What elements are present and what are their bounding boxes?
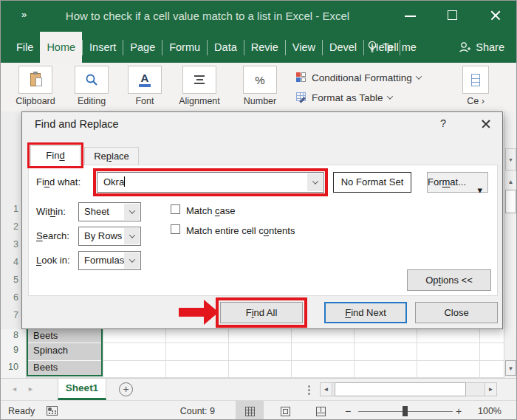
tab-formulas[interactable]: Formu: [162, 32, 207, 63]
ribbon-group-font[interactable]: A Font: [122, 66, 168, 106]
ribbon-group-editing[interactable]: Editing: [69, 66, 114, 106]
cell-a10[interactable]: Beets: [33, 362, 58, 373]
tab-developer[interactable]: Devel: [323, 32, 363, 63]
add-sheet-button[interactable]: +: [119, 382, 133, 396]
tab-home[interactable]: Home: [40, 32, 82, 63]
row-header-9[interactable]: 9: [1, 345, 18, 355]
tab-view[interactable]: View: [286, 32, 322, 63]
minimize-button[interactable]: [394, 1, 427, 27]
page-layout-view-button[interactable]: [271, 401, 299, 420]
ribbon-group-number[interactable]: % Number: [237, 66, 283, 106]
label-part: at...: [450, 176, 466, 187]
tab-replace[interactable]: Replace: [84, 147, 139, 165]
within-dropdown[interactable]: Sheet: [78, 202, 141, 221]
format-button[interactable]: Format... ▾: [427, 172, 488, 193]
sheet-tab-sheet1[interactable]: Sheet1: [58, 379, 106, 400]
cell-a9[interactable]: Spinach: [33, 345, 68, 356]
row-header[interactable]: 7: [1, 310, 18, 320]
row-header-8[interactable]: 8: [1, 330, 18, 340]
macro-record-icon[interactable]: [47, 406, 58, 416]
scrollbar-collapse-button[interactable]: ▾: [505, 148, 516, 171]
maximize-icon: [448, 10, 457, 20]
look-in-dropdown[interactable]: Formulas: [78, 251, 141, 270]
row-header[interactable]: 3: [1, 239, 18, 249]
options-button[interactable]: Options <<: [407, 269, 491, 291]
format-dropdown-icon[interactable]: ▾: [477, 181, 482, 200]
ribbon-group-cells[interactable]: Ce ›: [459, 66, 493, 106]
ribbon-group-clipboard[interactable]: Clipboard: [13, 66, 58, 106]
status-bar: Ready Count: 9 − + 100%: [1, 400, 517, 420]
search-magnifier-icon: [75, 66, 109, 94]
tab-insert[interactable]: Insert: [83, 32, 123, 63]
dropdown-button[interactable]: [124, 252, 140, 269]
dropdown-button[interactable]: [124, 228, 140, 244]
cells-icon: [462, 66, 489, 94]
tabbar-drag-handle[interactable]: [308, 385, 310, 388]
label-part: Re: [94, 151, 106, 162]
label-part: Wit: [36, 206, 50, 217]
search-dropdown[interactable]: By Rows: [78, 227, 141, 246]
within-value: Sheet: [84, 206, 109, 217]
worksheet-grid[interactable]: 8 9 10 Beets Spinach Beets: [1, 329, 504, 378]
zoom-level[interactable]: 100%: [468, 406, 501, 416]
scroll-up-icon[interactable]: ▲: [505, 176, 516, 188]
dropdown-button[interactable]: [124, 204, 140, 220]
prev-sheet-icon[interactable]: ◄: [11, 385, 18, 393]
match-entire-checkbox[interactable]: [171, 224, 180, 234]
status-count: Count: 9: [163, 406, 215, 416]
quick-access-collapse-icon[interactable]: »: [21, 9, 27, 20]
horizontal-scroll-thumb[interactable]: [335, 382, 466, 396]
tab-data[interactable]: Data: [208, 32, 244, 63]
hscroll-right-icon[interactable]: ►: [485, 382, 497, 396]
zoom-in-button[interactable]: +: [456, 405, 462, 417]
row-header[interactable]: 6: [1, 292, 18, 303]
find-all-button[interactable]: Find All: [220, 302, 303, 323]
tab-file[interactable]: File: [10, 32, 40, 63]
zoom-slider-thumb[interactable]: [403, 406, 408, 416]
row-header-10[interactable]: 10: [1, 362, 18, 372]
zoom-out-button[interactable]: −: [345, 405, 351, 417]
normal-view-button[interactable]: [236, 401, 264, 420]
share-label: Share: [476, 41, 504, 53]
tab-review[interactable]: Revie: [244, 32, 285, 63]
percent-glyph: %: [255, 74, 264, 86]
find-what-label: Find what:: [36, 176, 81, 187]
label-part: nd All: [254, 307, 278, 318]
scroll-down-icon[interactable]: ▼: [505, 360, 516, 376]
selected-range[interactable]: Beets Spinach Beets: [27, 329, 103, 376]
label-part: m: [442, 176, 451, 187]
ribbon-group-alignment[interactable]: Alignment: [177, 66, 222, 106]
vertical-scroll-thumb[interactable]: [505, 190, 516, 213]
tab-page-layout[interactable]: Page: [123, 32, 162, 63]
label-part: For: [428, 176, 442, 187]
page-break-view-button[interactable]: [307, 401, 335, 420]
close-dialog-button[interactable]: Close: [415, 302, 498, 323]
next-sheet-icon[interactable]: ►: [27, 385, 34, 393]
hscroll-left-icon[interactable]: ◄: [320, 382, 332, 396]
share-button[interactable]: Share: [458, 32, 504, 63]
status-ready: Ready: [8, 406, 35, 416]
within-label: Within:: [36, 206, 66, 217]
cell-a8[interactable]: Beets: [33, 330, 58, 341]
format-as-table-icon: [296, 92, 307, 103]
dialog-close-button[interactable]: [479, 117, 493, 131]
chevron-down-icon: [129, 256, 134, 262]
dialog-help-button[interactable]: ?: [436, 117, 451, 129]
row-header[interactable]: 5: [1, 275, 18, 285]
chevron-down-icon: [386, 93, 392, 99]
label-part: S: [36, 230, 43, 241]
vertical-scrollbar[interactable]: ▾ ▲ ▼: [504, 111, 517, 378]
match-case-checkbox[interactable]: [171, 204, 180, 214]
sheet-tab-bar: ◄ ► Sheet1 + ◄ ►: [1, 378, 517, 400]
search-label: Search:: [36, 230, 69, 241]
close-window-button[interactable]: [479, 1, 512, 27]
format-as-table-button[interactable]: Format as Table: [296, 89, 421, 106]
row-header[interactable]: 2: [1, 221, 18, 232]
conditional-formatting-button[interactable]: Conditional Formatting: [296, 69, 421, 86]
excel-window: » How to check if a cell value match to …: [0, 0, 517, 420]
maximize-button[interactable]: [436, 1, 469, 27]
find-next-button[interactable]: Find Next: [324, 302, 407, 323]
row-header[interactable]: 4: [1, 257, 18, 267]
tell-me-box[interactable]: Tell me: [367, 32, 417, 63]
row-header[interactable]: 1: [1, 204, 18, 214]
